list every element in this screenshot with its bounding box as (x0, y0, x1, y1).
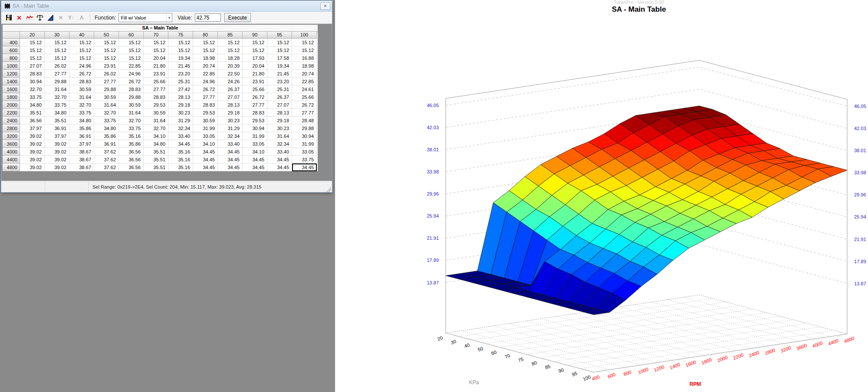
table-cell[interactable]: 28.83 (144, 93, 168, 101)
table-cell[interactable]: 33.40 (218, 140, 243, 148)
table-cell[interactable]: 34.45 (218, 148, 243, 156)
col-header[interactable]: 70 (144, 32, 168, 39)
table-cell[interactable]: 39.02 (20, 163, 45, 171)
row-header[interactable]: 1600 (3, 85, 20, 93)
font-button[interactable]: A (77, 13, 86, 23)
table-cell[interactable]: 30.59 (69, 85, 94, 93)
table-cell[interactable]: 15.12 (218, 39, 243, 46)
table-cell[interactable]: 27.07 (267, 101, 292, 109)
table-cell[interactable]: 34.80 (144, 140, 168, 148)
table-cell[interactable]: 27.77 (45, 70, 69, 78)
col-header[interactable]: 75 (168, 32, 193, 39)
table-cell[interactable]: 34.80 (94, 124, 119, 132)
table-cell[interactable]: 29.18 (267, 117, 292, 124)
table-cell[interactable]: 37.62 (94, 148, 119, 156)
table-cell[interactable]: 30.59 (144, 109, 168, 117)
table-cell[interactable]: 34.80 (69, 117, 94, 124)
table-cell[interactable]: 32.70 (144, 124, 168, 132)
table-cell[interactable]: 32.70 (69, 101, 94, 109)
col-header[interactable]: 85 (218, 32, 243, 39)
row-header[interactable]: 1400 (3, 78, 20, 85)
table-cell[interactable]: 31.99 (193, 124, 218, 132)
table-cell[interactable]: 31.29 (168, 117, 193, 124)
table-cell[interactable]: 28.83 (193, 101, 218, 109)
table-cell[interactable]: 15.12 (243, 39, 267, 46)
table-cell[interactable]: 37.62 (94, 156, 119, 163)
table-cell[interactable]: 24.96 (69, 62, 94, 70)
table-cell[interactable]: 24.96 (119, 70, 144, 78)
table-cell[interactable]: 15.12 (94, 54, 119, 62)
table-cell[interactable]: 32.70 (45, 93, 69, 101)
table-cell[interactable]: 15.12 (168, 39, 193, 46)
table-cell[interactable]: 32.34 (218, 132, 243, 140)
table-cell[interactable]: 30.94 (292, 132, 317, 140)
col-header[interactable]: 50 (94, 32, 119, 39)
table-cell[interactable]: 18.98 (292, 62, 317, 70)
table-cell[interactable]: 34.45 (193, 156, 218, 163)
table-cell[interactable]: 15.12 (267, 39, 292, 46)
table-cell[interactable]: 23.20 (168, 70, 193, 78)
col-header[interactable]: 90 (243, 32, 267, 39)
grid-corner[interactable] (3, 32, 20, 39)
table-cell[interactable]: 26.72 (119, 78, 144, 85)
table-cell[interactable]: 34.45 (218, 163, 243, 171)
table-cell[interactable]: 38.67 (69, 148, 94, 156)
setsquare-button[interactable] (46, 13, 55, 23)
table-cell[interactable]: 21.45 (267, 70, 292, 78)
table-cell[interactable]: 39.02 (45, 140, 69, 148)
resize-grip[interactable] (326, 187, 331, 192)
row-header[interactable]: 1800 (3, 93, 20, 101)
table-cell[interactable]: 32.70 (119, 117, 144, 124)
table-cell[interactable]: 31.99 (292, 140, 317, 148)
row-header[interactable]: 1200 (3, 70, 20, 78)
table-cell[interactable]: 20.39 (218, 62, 243, 70)
table-cell[interactable]: 39.02 (20, 132, 45, 140)
table-cell[interactable]: 15.12 (20, 54, 45, 62)
value-input[interactable] (195, 13, 221, 22)
table-cell[interactable]: 18.98 (193, 54, 218, 62)
table-cell[interactable]: 16.88 (292, 54, 317, 62)
table-cell[interactable]: 22.85 (119, 62, 144, 70)
delete-button[interactable]: ✕ (14, 13, 24, 23)
table-cell[interactable]: 25.66 (144, 78, 168, 85)
table-cell[interactable]: 26.72 (243, 93, 267, 101)
table-cell[interactable]: 23.91 (94, 62, 119, 70)
table-cell[interactable]: 35.51 (144, 156, 168, 163)
table-cell[interactable]: 29.53 (243, 117, 267, 124)
table-cell[interactable]: 39.02 (45, 156, 69, 163)
table-cell[interactable]: 39.02 (20, 148, 45, 156)
row-header[interactable]: 1000 (3, 62, 20, 70)
row-header[interactable]: 3200 (3, 132, 20, 140)
table-cell[interactable]: 24.96 (193, 78, 218, 85)
table-cell[interactable]: 15.12 (119, 39, 144, 46)
table-cell[interactable]: 36.91 (45, 124, 69, 132)
table-cell[interactable]: 15.12 (94, 39, 119, 46)
table-cell[interactable]: 30.23 (218, 117, 243, 124)
table-cell[interactable]: 26.37 (218, 85, 243, 93)
table-cell[interactable]: 23.20 (267, 78, 292, 85)
table-cell[interactable]: 15.12 (94, 46, 119, 54)
table-cell[interactable]: 33.05 (292, 148, 317, 156)
table-cell[interactable]: 15.12 (218, 46, 243, 54)
table-cell[interactable]: 36.91 (94, 140, 119, 148)
table-cell[interactable]: 28.83 (69, 78, 94, 85)
table-cell[interactable]: 15.12 (144, 39, 168, 46)
table-cell[interactable]: 19.34 (168, 54, 193, 62)
table-cell[interactable]: 35.16 (119, 132, 144, 140)
table-cell[interactable]: 32.34 (267, 140, 292, 148)
table-cell[interactable]: 27.77 (243, 101, 267, 109)
window-titlebar[interactable]: SA - Main Table ✕ (1, 1, 332, 12)
close-icon[interactable]: ✕ (320, 3, 330, 10)
col-header[interactable]: 80 (193, 32, 218, 39)
table-cell[interactable]: 23.91 (144, 70, 168, 78)
table-cell[interactable]: 21.80 (144, 62, 168, 70)
table-cell[interactable]: 15.12 (69, 39, 94, 46)
table-cell[interactable]: 28.13 (267, 109, 292, 117)
table-cell[interactable]: 20.74 (193, 62, 218, 70)
execute-button[interactable]: Execute (224, 13, 251, 22)
table-cell[interactable]: 15.12 (144, 46, 168, 54)
table-cell[interactable]: 24.26 (218, 78, 243, 85)
table-cell[interactable]: 27.77 (144, 85, 168, 93)
row-header[interactable]: 4400 (3, 156, 20, 163)
compare-button[interactable] (35, 13, 45, 23)
